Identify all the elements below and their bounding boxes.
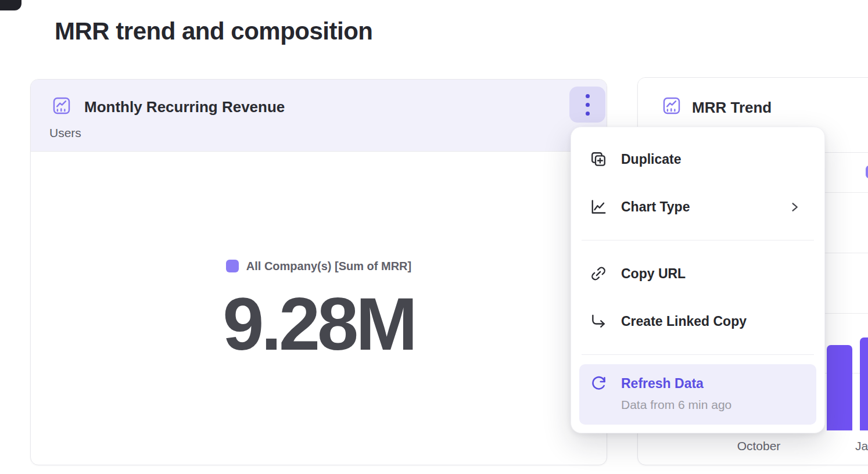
refresh-row: Refresh Data <box>590 375 806 392</box>
menu-item-refresh-data[interactable]: Refresh Data Data from 6 min ago <box>579 364 816 425</box>
link-icon <box>590 265 607 282</box>
kebab-dot-icon <box>586 103 590 107</box>
metric-value: 9.28M <box>223 290 415 357</box>
mrr-card: Monthly Recurring Revenue Users All Comp… <box>30 79 607 465</box>
kebab-dot-icon <box>586 94 590 98</box>
refresh-data-timestamp: Data from 6 min ago <box>621 398 806 412</box>
mrr-card-header: Monthly Recurring Revenue Users <box>31 80 607 152</box>
menu-item-label: Chart Type <box>621 199 690 215</box>
bar[interactable] <box>860 337 868 430</box>
legend-label: All Company(s) [Sum of MRR] <box>246 260 411 273</box>
refresh-icon <box>590 375 607 392</box>
window-corner-fragment <box>0 0 21 10</box>
menu-item-label: Create Linked Copy <box>621 314 747 329</box>
mrr-card-subtitle: Users <box>49 126 81 140</box>
menu-divider <box>582 354 814 355</box>
x-axis-label: October <box>733 439 785 453</box>
menu-item-label: Copy URL <box>621 266 686 282</box>
dashboard-page: MRR trend and composition Monthly Recurr… <box>0 0 868 474</box>
menu-divider <box>582 240 814 240</box>
chevron-right-icon <box>788 200 801 214</box>
chart-widget-icon <box>662 96 682 116</box>
x-axis-label: Ja <box>855 439 868 453</box>
card-context-menu: Duplicate Chart Type <box>571 127 825 433</box>
menu-item-chart-type[interactable]: Chart Type <box>579 183 816 231</box>
menu-item-label: Refresh Data <box>621 376 704 392</box>
chart-type-icon <box>590 198 607 216</box>
mrr-card-title: Monthly Recurring Revenue <box>84 98 285 116</box>
legend-swatch <box>866 166 868 178</box>
chart-widget-icon <box>52 96 71 116</box>
duplicate-icon <box>590 150 607 168</box>
legend-swatch <box>226 260 239 272</box>
menu-item-copy-url[interactable]: Copy URL <box>579 250 816 297</box>
card-options-kebab-button[interactable] <box>569 87 605 123</box>
trend-card-title: MRR Trend <box>692 99 772 117</box>
kebab-dot-icon <box>586 112 590 116</box>
page-title: MRR trend and composition <box>55 17 373 45</box>
menu-item-label: Duplicate <box>621 152 682 167</box>
bar[interactable] <box>827 345 852 430</box>
menu-item-create-linked-copy[interactable]: Create Linked Copy <box>579 297 816 345</box>
menu-item-duplicate[interactable]: Duplicate <box>579 135 816 183</box>
linked-copy-icon <box>590 313 607 330</box>
mrr-card-body: All Company(s) [Sum of MRR] 9.28M <box>31 152 607 465</box>
legend-row: All Company(s) [Sum of MRR] <box>226 260 411 273</box>
